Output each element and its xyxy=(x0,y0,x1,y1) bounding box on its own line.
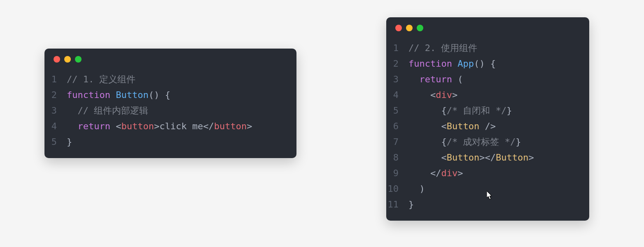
code-token: /> xyxy=(485,121,496,131)
code-token: } xyxy=(506,105,512,116)
code-token: return xyxy=(420,74,452,84)
line-number: 5 xyxy=(44,134,67,150)
code-line: 5} xyxy=(44,134,296,150)
code-token: < xyxy=(441,152,446,163)
code-line: 5 {/* 自闭和 */} xyxy=(386,103,589,119)
line-number: 1 xyxy=(44,72,67,87)
code-token xyxy=(408,184,420,194)
code-token: } xyxy=(516,137,521,147)
title-bar xyxy=(44,49,296,70)
code-token: div xyxy=(436,90,452,100)
code-window-left: 1// 1. 定义组件2function Button() {3 // 组件内部… xyxy=(44,49,296,158)
code-line: 10 ) xyxy=(386,181,589,197)
code-token: < xyxy=(430,90,436,100)
code-line: 4 <div> xyxy=(386,87,589,103)
code-content: function App() { xyxy=(408,56,496,72)
code-token: </ xyxy=(485,152,496,163)
code-line: 9 </div> xyxy=(386,165,589,181)
line-number: 2 xyxy=(44,87,67,103)
code-token: Button xyxy=(447,121,479,131)
code-content: <Button /> xyxy=(408,119,496,134)
close-icon[interactable] xyxy=(54,56,60,63)
title-bar xyxy=(386,17,589,39)
code-content: // 组件内部逻辑 xyxy=(67,103,148,119)
code-line: 3 return ( xyxy=(386,72,589,87)
code-token: > xyxy=(479,152,485,163)
code-token xyxy=(408,137,441,147)
code-content: function Button() { xyxy=(67,87,170,103)
code-content: } xyxy=(408,197,414,212)
minimize-icon[interactable] xyxy=(406,25,413,31)
code-token: > xyxy=(247,121,252,131)
code-token xyxy=(408,90,430,100)
code-token: ) xyxy=(420,184,425,194)
code-line: 7 {/* 成对标签 */} xyxy=(386,134,589,150)
code-token: </ xyxy=(430,168,441,178)
line-number: 8 xyxy=(386,150,408,165)
code-token: } xyxy=(408,199,414,210)
line-number: 4 xyxy=(386,87,408,103)
code-token: button xyxy=(214,121,247,131)
code-token: App xyxy=(457,58,474,69)
code-token xyxy=(452,58,457,69)
code-token xyxy=(408,152,441,163)
code-token: function xyxy=(408,58,452,69)
code-token: () { xyxy=(474,58,496,69)
code-token xyxy=(452,74,457,84)
code-line: 8 <Button></Button> xyxy=(386,150,589,165)
code-token: </ xyxy=(203,121,214,131)
code-token xyxy=(110,121,116,131)
code-token: > xyxy=(452,90,457,100)
line-number: 2 xyxy=(386,56,408,72)
code-content: } xyxy=(67,134,72,150)
maximize-icon[interactable] xyxy=(75,56,82,63)
code-token xyxy=(479,121,485,131)
code-token: // 组件内部逻辑 xyxy=(78,105,149,116)
code-area-left: 1// 1. 定义组件2function Button() {3 // 组件内部… xyxy=(44,70,296,158)
line-number: 10 xyxy=(386,181,408,197)
code-content: <div> xyxy=(408,87,457,103)
code-line: 3 // 组件内部逻辑 xyxy=(44,103,296,119)
code-content: return <button>click me</button> xyxy=(67,119,252,134)
code-token: button xyxy=(121,121,154,131)
line-number: 3 xyxy=(386,72,408,87)
code-token: return xyxy=(78,121,110,131)
code-token: // 2. 使用组件 xyxy=(408,43,477,53)
code-token xyxy=(67,121,78,131)
line-number: 7 xyxy=(386,134,408,150)
code-line: 2function App() { xyxy=(386,56,589,72)
code-token: Button xyxy=(116,90,148,100)
code-content: // 2. 使用组件 xyxy=(408,40,477,56)
code-content: <Button></Button> xyxy=(408,150,534,165)
line-number: 11 xyxy=(386,197,408,212)
code-token: function xyxy=(67,90,110,100)
code-token: } xyxy=(67,137,72,147)
code-token: click me xyxy=(159,121,203,131)
line-number: 5 xyxy=(386,103,408,119)
close-icon[interactable] xyxy=(395,25,402,31)
code-line: 6 <Button /> xyxy=(386,119,589,134)
code-window-right: 1// 2. 使用组件2function App() {3 return (4 … xyxy=(386,17,589,221)
code-content: {/* 成对标签 */} xyxy=(408,134,521,150)
code-content: {/* 自闭和 */} xyxy=(408,103,512,119)
minimize-icon[interactable] xyxy=(64,56,71,63)
code-token: ( xyxy=(457,74,463,84)
code-token: Button xyxy=(447,152,479,163)
code-token: > xyxy=(457,168,463,178)
code-token xyxy=(67,105,78,116)
code-content: </div> xyxy=(408,165,463,181)
maximize-icon[interactable] xyxy=(417,25,423,31)
code-token xyxy=(408,74,420,84)
code-token: /* 成对标签 */ xyxy=(447,137,516,147)
code-token: div xyxy=(441,168,457,178)
code-area-right: 1// 2. 使用组件2function App() {3 return (4 … xyxy=(386,39,589,221)
code-content: // 1. 定义组件 xyxy=(67,72,135,87)
code-token: { xyxy=(441,105,446,116)
code-token: () { xyxy=(149,90,170,100)
code-token xyxy=(408,105,441,116)
line-number: 4 xyxy=(44,119,67,134)
line-number: 9 xyxy=(386,165,408,181)
line-number: 3 xyxy=(44,103,67,119)
code-line: 4 return <button>click me</button> xyxy=(44,119,296,134)
code-line: 1// 2. 使用组件 xyxy=(386,40,589,56)
